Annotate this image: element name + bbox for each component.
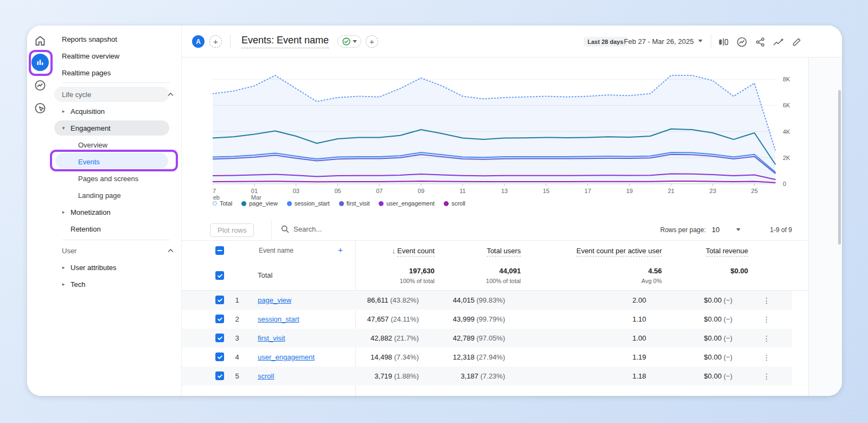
vertical-scrollbar[interactable] [838,90,841,245]
sidebar-group-user[interactable]: User [53,242,181,259]
table-search-input[interactable]: Search... [281,225,322,233]
bar-chart-icon [36,59,44,66]
chevron-down-icon[interactable] [736,228,741,231]
expand-down-icon[interactable]: ▾ [59,125,68,131]
sidebar-item-tech[interactable]: ▸ Tech [53,276,181,292]
column-header-event-count[interactable]: ↓ Event count [392,247,435,255]
row-menu-icon[interactable]: ⋮ [761,333,772,344]
reports-icon[interactable] [31,54,49,71]
legend-item-first-visit[interactable]: first_visit [339,200,370,207]
row-menu-icon[interactable]: ⋮ [761,352,772,363]
column-header-event-count-per-active-user[interactable]: Event count per active user [576,247,662,255]
expand-right-icon[interactable]: ▸ [59,209,68,215]
svg-text:25: 25 [751,188,758,194]
row-menu-icon[interactable]: ⋮ [761,314,772,325]
rows-per-page-select[interactable]: 10 [712,226,719,234]
expand-right-icon[interactable]: ▸ [59,281,68,287]
report-valid-badge[interactable] [337,35,361,48]
legend-item-scroll[interactable]: scroll [444,200,465,207]
expand-right-icon[interactable]: ▸ [59,265,68,270]
sidebar-item-realtime-overview[interactable]: Realtime overview [53,48,181,64]
sidebar-item-retention[interactable]: Retention [53,221,181,237]
explore-icon[interactable] [34,79,47,92]
add-column-icon[interactable]: + [338,245,343,254]
event-name-link[interactable]: session_start [258,315,299,323]
sidebar-item-realtime-pages[interactable]: Realtime pages [53,65,181,81]
sidebar-item-overview[interactable]: Overview [53,137,181,153]
svg-text:2K: 2K [783,155,790,161]
main-panel: A + Events: Event name + Last 28 days Fe… [182,25,842,396]
svg-text:15: 15 [543,188,550,194]
table-row[interactable]: 2 session_start 47,657 (24.11%) 43,999 (… [182,310,792,329]
series-dot-icon [444,201,449,206]
table-row[interactable]: 3 first_visit 42,882 (21.7%) 42,789 (97.… [182,329,792,348]
total-event-count-subtext: 100% of total [400,278,435,284]
pagination-range: 1-9 of 9 [749,226,792,234]
event-name-link[interactable]: user_engagement [258,353,315,361]
sidebar-item-engagement[interactable]: ▾ Engagement [53,120,181,136]
home-icon[interactable] [34,35,46,46]
legend-item-total[interactable]: Total [213,200,232,207]
column-header-total-revenue[interactable]: Total revenue [706,247,748,255]
legend-item-session-start[interactable]: session_start [287,200,330,207]
sidebar-group-life-cycle[interactable]: Life cycle [53,86,181,102]
chevron-up-icon[interactable] [168,93,174,97]
sidebar-item-user-attributes[interactable]: ▸ User attributes [53,259,181,275]
table-row[interactable]: 5 scroll 3,719 (1.88%) 3,187 (7.23%) 1.1… [182,367,792,386]
sidebar-item-reports-snapshot[interactable]: Reports snapshot [53,31,181,47]
column-header-event-name[interactable]: Event name [259,247,293,254]
expand-right-icon[interactable]: ▸ [59,108,68,114]
svg-text:19: 19 [626,188,633,194]
row-menu-icon[interactable]: ⋮ [761,371,772,382]
chevron-down-icon [353,40,357,43]
legend-item-page-view[interactable]: page_view [241,200,278,207]
row-checkbox[interactable] [215,334,224,342]
events-trend-line-chart[interactable]: 02K4K6K8K27Feb01Mar030507091113151719212… [213,59,809,204]
add-segment-button[interactable]: + [209,35,222,48]
plot-rows-button[interactable]: Plot rows [210,223,254,237]
date-range-picker[interactable]: Feb 27 - Mar 26, 2025 [624,37,694,46]
sidebar-item-monetization[interactable]: ▸ Monetization [53,204,181,220]
add-comparison-icon[interactable] [717,36,729,48]
report-nav-sidebar: Reports snapshot Realtime overview Realt… [53,25,182,396]
column-header-total-users[interactable]: Total users [487,247,521,255]
event-name-link[interactable]: scroll [258,372,274,380]
insights-sparkline-icon[interactable] [773,36,784,48]
advertising-icon[interactable] [34,102,47,114]
svg-text:6K: 6K [783,102,790,108]
series-dot-icon [287,201,292,206]
row-checkbox[interactable] [215,296,224,304]
share-icon[interactable] [754,36,766,48]
table-toolbar: Plot rows Search... Rows per page: 10 1-… [182,220,808,241]
row-checkbox[interactable] [215,271,224,280]
event-name-link[interactable]: page_view [258,296,291,304]
row-index: 4 [229,353,245,361]
avatar[interactable]: A [192,35,205,48]
event-name-link[interactable]: first_visit [258,334,285,342]
sidebar-item-pages-and-screens[interactable]: Pages and screens [53,170,181,187]
row-index: 5 [229,372,245,380]
row-checkbox[interactable] [215,315,224,323]
table-total-row: Total 197,630 100% of total 44,091 100% … [182,260,808,291]
chevron-down-icon[interactable] [698,40,703,42]
page-title[interactable]: Events: Event name [241,35,329,48]
edit-pencil-icon[interactable] [791,36,803,48]
table-row[interactable]: 1 page_view 86,611 (43.82%) 44,015 (99.8… [182,291,792,310]
chevron-up-icon[interactable] [168,249,174,253]
legend-item-user-engagement[interactable]: user_engagement [379,200,435,207]
select-all-checkbox[interactable] [215,246,224,255]
sidebar-item-acquisition[interactable]: ▸ Acquisition [53,103,181,119]
row-menu-icon[interactable]: ⋮ [761,295,772,306]
sidebar-item-events[interactable]: Events [53,153,181,170]
svg-text:27: 27 [213,188,216,194]
row-checkbox[interactable] [215,352,224,361]
sidebar-item-landing-page[interactable]: Landing page [53,187,181,203]
table-row[interactable]: 4 user_engagement 14,498 (7.34%) 12,318 … [182,348,792,367]
insights-circle-icon[interactable] [736,36,748,48]
row-checkbox[interactable] [215,371,224,380]
svg-text:0: 0 [783,181,786,187]
check-icon [217,273,223,279]
svg-text:13: 13 [501,188,508,194]
advertising-icon-glyph [34,102,47,114]
add-report-tab-button[interactable]: + [366,35,378,48]
